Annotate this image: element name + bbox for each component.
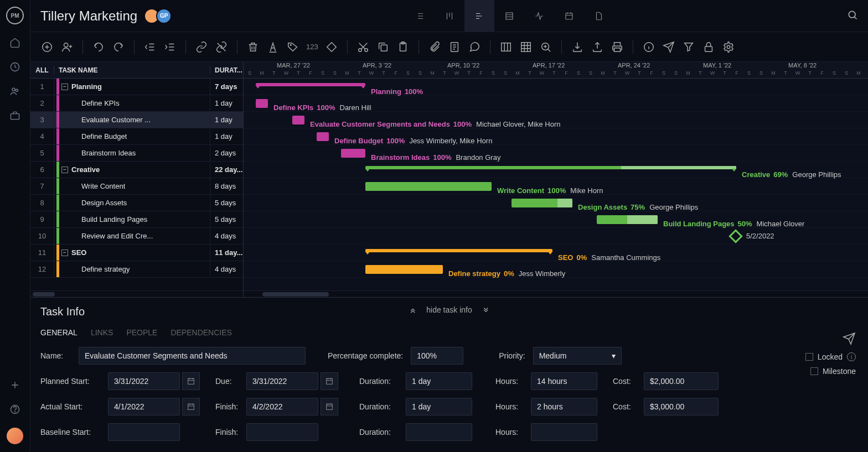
calendar-icon[interactable] xyxy=(321,398,338,415)
chart-row[interactable]: 5/2/2022 xyxy=(244,228,868,245)
chart-scrollbar[interactable] xyxy=(244,290,868,297)
pct-input[interactable] xyxy=(411,347,463,365)
locked-checkbox[interactable]: Lockedi xyxy=(805,352,856,361)
view-gantt-icon[interactable] xyxy=(464,0,494,32)
view-list-icon[interactable] xyxy=(405,0,435,32)
baseline-duration-input[interactable] xyxy=(406,423,472,441)
gantt-bar[interactable]: Define strategy0%Jess Wimberly xyxy=(365,265,443,274)
task-row[interactable]: 10 Review and Edit Cre... 4 days xyxy=(30,228,243,245)
tab-links[interactable]: LINKS xyxy=(91,328,113,337)
outdent-icon[interactable] xyxy=(143,40,157,54)
settings-icon[interactable] xyxy=(722,40,735,54)
view-file-icon[interactable] xyxy=(584,0,614,32)
chart-row[interactable]: Creative69%George Phillips xyxy=(244,162,868,178)
calendar-icon[interactable] xyxy=(182,372,200,390)
undo-icon[interactable] xyxy=(92,40,105,54)
copy-icon[interactable] xyxy=(376,40,390,54)
actual-start-input[interactable] xyxy=(108,398,180,415)
hours-input[interactable] xyxy=(531,372,597,390)
unlink-icon[interactable] xyxy=(215,40,228,54)
avatar[interactable]: GP xyxy=(156,8,172,24)
task-row[interactable]: 12 Define strategy 4 days xyxy=(30,261,243,278)
chart-row[interactable]: Define KPIs100%Daren Hill xyxy=(244,95,868,112)
priority-select[interactable]: Medium▾ xyxy=(533,347,622,365)
chart-row[interactable]: Evaluate Customer Segments and Needs100%… xyxy=(244,112,868,128)
lock-icon[interactable] xyxy=(702,40,715,54)
task-row[interactable]: 1 − Planning 7 days xyxy=(30,79,243,95)
view-calendar-icon[interactable] xyxy=(554,0,584,32)
clock-icon[interactable] xyxy=(9,61,21,73)
indent-icon[interactable] xyxy=(163,40,177,54)
note-icon[interactable] xyxy=(448,40,461,54)
baseline-finish-input[interactable] xyxy=(246,423,318,441)
gantt-bar[interactable]: Build Landing Pages50%Michael Glover xyxy=(597,215,658,224)
calendar-icon[interactable] xyxy=(182,398,200,415)
col-all-header[interactable]: ALL xyxy=(30,66,54,74)
help-icon[interactable] xyxy=(9,403,21,415)
chart-row[interactable]: Design Assets75%George Phillips xyxy=(244,195,868,211)
print-icon[interactable] xyxy=(611,40,624,54)
gantt-bar[interactable]: SEO0%Samantha Cummings xyxy=(365,249,552,252)
view-sheet-icon[interactable] xyxy=(494,0,524,32)
view-board-icon[interactable] xyxy=(435,0,464,32)
send-icon[interactable] xyxy=(662,40,675,54)
planned-start-input[interactable] xyxy=(108,372,180,390)
duration2-input[interactable] xyxy=(406,398,472,415)
send-icon[interactable] xyxy=(843,332,856,347)
milestone-diamond[interactable] xyxy=(728,229,742,243)
columns-icon[interactable] xyxy=(499,40,513,54)
trash-icon[interactable] xyxy=(246,40,260,54)
app-logo[interactable]: PM xyxy=(6,7,24,24)
view-activity-icon[interactable] xyxy=(524,0,554,32)
col-dur-header[interactable]: DURAT... xyxy=(210,66,243,74)
col-name-header[interactable]: TASK NAME xyxy=(54,66,210,74)
member-avatars[interactable]: GP xyxy=(147,8,172,24)
zoom-icon[interactable] xyxy=(539,40,552,54)
paste-icon[interactable] xyxy=(396,40,410,54)
chart-row[interactable]: Build Landing Pages50%Michael Glover xyxy=(244,211,868,228)
task-name-input[interactable] xyxy=(79,347,306,365)
task-row[interactable]: 9 Build Landing Pages 5 days xyxy=(30,211,243,228)
task-row[interactable]: 3 Evaluate Customer ... 1 day xyxy=(30,112,243,128)
finish-input[interactable] xyxy=(246,398,318,415)
info-icon[interactable] xyxy=(642,40,655,54)
chart-row[interactable]: Define strategy0%Jess Wimberly xyxy=(244,261,868,278)
tab-dependencies[interactable]: DEPENDENCIES xyxy=(170,328,231,337)
task-row[interactable]: 2 Define KPIs 1 day xyxy=(30,95,243,112)
chart-row[interactable]: Planning100% xyxy=(244,79,868,95)
import-icon[interactable] xyxy=(571,40,584,54)
chart-row[interactable]: SEO0%Samantha Cummings xyxy=(244,245,868,261)
cost2-input[interactable] xyxy=(644,398,719,415)
comment-icon[interactable] xyxy=(468,40,481,54)
chart-row[interactable]: Brainstorm Ideas100%Brandon Gray xyxy=(244,145,868,162)
gantt-bar[interactable]: Define KPIs100%Daren Hill xyxy=(256,99,268,108)
task-row[interactable]: 4 Define Budget 1 day xyxy=(30,128,243,145)
hide-task-info-toggle[interactable]: hide task info xyxy=(409,305,490,314)
cost-input[interactable] xyxy=(644,372,719,390)
gantt-bar[interactable]: Creative69%George Phillips xyxy=(365,166,736,169)
tab-people[interactable]: PEOPLE xyxy=(126,328,157,337)
grid-scrollbar[interactable] xyxy=(30,290,243,297)
plus-icon[interactable] xyxy=(9,379,21,391)
font-icon[interactable] xyxy=(266,40,280,54)
task-row[interactable]: 6 − Creative 22 day... xyxy=(30,162,243,178)
gantt-bar[interactable]: Evaluate Customer Segments and Needs100%… xyxy=(292,116,304,124)
tag-icon[interactable] xyxy=(286,40,299,54)
collapse-icon[interactable]: − xyxy=(61,84,68,90)
gantt-chart[interactable]: MAR, 27 '22APR, 3 '22APR, 10 '22APR, 17 … xyxy=(244,62,868,297)
info-icon[interactable]: i xyxy=(847,352,856,361)
user-avatar[interactable] xyxy=(7,428,23,444)
add-user-icon[interactable] xyxy=(60,40,74,54)
link-icon[interactable] xyxy=(195,40,208,54)
chart-row[interactable]: Define Budget100%Jess Wimberly, Mike Hor… xyxy=(244,128,868,145)
task-row[interactable]: 11 − SEO 11 day... xyxy=(30,245,243,261)
filter-icon[interactable] xyxy=(682,40,695,54)
tab-general[interactable]: GENERAL xyxy=(40,328,78,337)
add-circle-icon[interactable] xyxy=(40,40,54,54)
baseline-hours-input[interactable] xyxy=(531,423,597,441)
collapse-icon[interactable]: − xyxy=(61,250,68,256)
grid-icon[interactable] xyxy=(519,40,533,54)
chart-row[interactable]: Write Content100%Mike Horn xyxy=(244,178,868,195)
duration-input[interactable] xyxy=(406,372,472,390)
calendar-icon[interactable] xyxy=(321,372,338,390)
